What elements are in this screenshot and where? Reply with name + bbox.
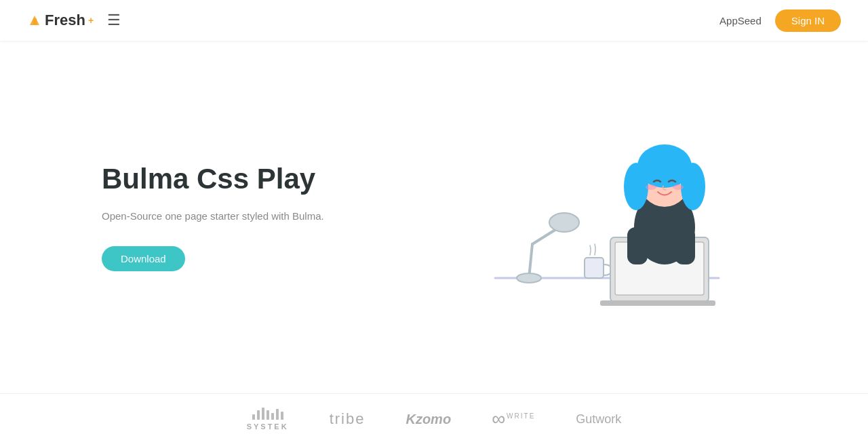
illustration-svg [454, 122, 739, 312]
hero-content: Bulma Css Play Open-Source one page star… [102, 163, 427, 271]
svg-rect-18 [627, 227, 648, 264]
logo-text: Fresh [45, 12, 85, 29]
systek-bars-icon [252, 408, 283, 420]
svg-point-5 [549, 213, 579, 232]
systek-label: SYSTEK [247, 422, 289, 431]
signin-button[interactable]: Sign IN [775, 9, 841, 32]
brand-gutwork: Gutwork [576, 412, 621, 427]
svg-rect-1 [33, 18, 37, 25]
brand-systek: SYSTEK [247, 408, 289, 431]
brand-tribe: tribe [330, 410, 366, 428]
hero-illustration [427, 122, 766, 312]
hero-subtitle: Open-Source one page starter styled with… [102, 208, 400, 224]
gutwork-label: Gutwork [576, 412, 621, 427]
brand-kzomo: Kzomo [406, 412, 451, 427]
hero-section: Bulma Css Play Open-Source one page star… [0, 41, 868, 393]
hamburger-icon[interactable]: ☰ [107, 12, 121, 29]
logo[interactable]: Fresh+ [27, 12, 94, 29]
download-button[interactable]: Download [102, 246, 185, 271]
logo-icon [27, 13, 42, 28]
brands-section: SYSTEK tribe Kzomo ∞WRITE Gutwork [0, 393, 868, 434]
navbar: Fresh+ ☰ AppSeed Sign IN [0, 0, 868, 41]
svg-point-16 [646, 184, 656, 190]
navbar-right: AppSeed Sign IN [719, 9, 841, 32]
svg-point-17 [673, 184, 684, 190]
infinity-symbol: ∞WRITE [492, 408, 535, 430]
svg-point-15 [681, 163, 705, 210]
svg-rect-7 [585, 258, 604, 278]
appseed-link[interactable]: AppSeed [719, 15, 762, 26]
svg-point-14 [624, 163, 648, 210]
brand-infinity: ∞WRITE [492, 408, 535, 430]
hero-title: Bulma Css Play [102, 163, 400, 195]
svg-rect-10 [600, 300, 715, 306]
tribe-label: tribe [330, 410, 366, 428]
svg-point-6 [517, 273, 541, 283]
kzomo-label: Kzomo [406, 412, 451, 427]
svg-rect-19 [675, 227, 695, 264]
navbar-left: Fresh+ ☰ [27, 12, 121, 29]
